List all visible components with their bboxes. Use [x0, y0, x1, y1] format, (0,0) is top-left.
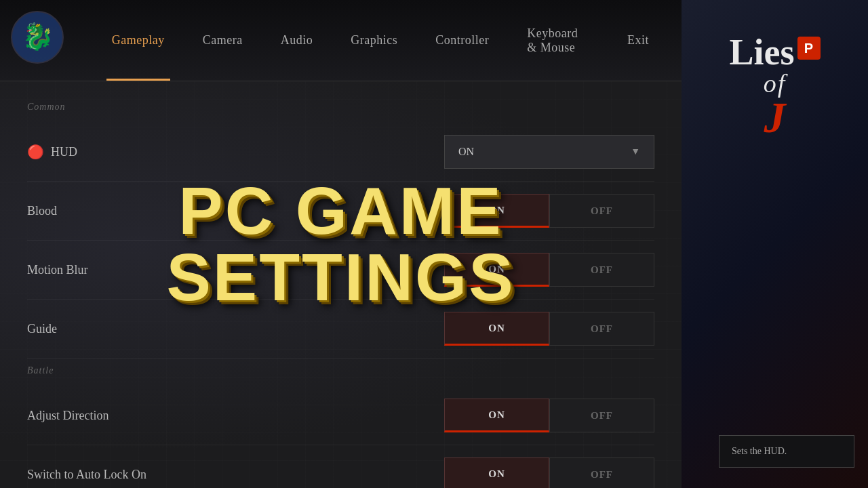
hud-value: ON — [458, 146, 474, 158]
setting-row-hud: 🔴 HUD ON ▼ — [27, 123, 654, 182]
tab-controller[interactable]: Controller — [416, 0, 508, 81]
top-left-logo-area: 🐉 — [10, 10, 64, 64]
motion-blur-label: Motion Blur — [27, 263, 88, 277]
guide-label: Guide — [27, 322, 57, 336]
blood-off-button[interactable]: OFF — [549, 194, 654, 228]
setting-row-motion-blur: Motion Blur ON OFF — [27, 241, 654, 300]
setting-row-adjust-direction: Adjust Direction ON OFF — [27, 386, 654, 445]
setting-row-guide: Guide ON OFF — [27, 300, 654, 359]
logo-of: of — [764, 70, 787, 96]
info-text: Sets the HUD. — [732, 446, 787, 456]
logo-lies: Lies — [729, 34, 794, 70]
motion-blur-toggle: ON OFF — [444, 253, 654, 287]
game-logo: Lies P of J — [715, 20, 833, 153]
auto-lock-on-button[interactable]: ON — [444, 458, 549, 488]
section-battle: Battle — [27, 365, 654, 376]
auto-lock-toggle: ON OFF — [444, 458, 654, 488]
tab-audio[interactable]: Audio — [262, 0, 332, 81]
adjust-direction-toggle: ON OFF — [444, 399, 654, 432]
dragon-icon: 🐉 — [10, 10, 64, 64]
setting-row-auto-lock: Switch to Auto Lock On ON OFF — [27, 445, 654, 488]
game-area: Gameplay Camera Audio Graphics Controlle… — [0, 0, 682, 488]
blood-on-button[interactable]: ON — [444, 194, 549, 228]
auto-lock-label: Switch to Auto Lock On — [27, 468, 146, 482]
logo-j: J — [764, 96, 785, 140]
guide-off-button[interactable]: OFF — [549, 312, 654, 346]
tab-exit[interactable]: Exit — [608, 0, 668, 81]
motion-blur-on-button[interactable]: ON — [444, 253, 549, 287]
settings-content: Common 🔴 HUD ON ▼ Blood ON OFF — [0, 81, 682, 488]
tab-graphics[interactable]: Graphics — [332, 0, 416, 81]
blood-toggle: ON OFF — [444, 194, 654, 228]
tab-gameplay[interactable]: Gameplay — [93, 0, 184, 81]
motion-blur-off-button[interactable]: OFF — [549, 253, 654, 287]
guide-toggle: ON OFF — [444, 312, 654, 346]
setting-row-blood: Blood ON OFF — [27, 182, 654, 241]
hud-label: 🔴 HUD — [27, 144, 77, 160]
nav-bar: Gameplay Camera Audio Graphics Controlle… — [0, 0, 682, 81]
guide-on-button[interactable]: ON — [444, 312, 549, 346]
auto-lock-off-button[interactable]: OFF — [549, 458, 654, 488]
section-common: Common — [27, 102, 654, 113]
adjust-direction-label: Adjust Direction — [27, 409, 108, 423]
tab-camera[interactable]: Camera — [184, 0, 262, 81]
right-panel: Lies P of J Sets the HUD. — [682, 0, 868, 488]
tab-keyboard-mouse[interactable]: Keyboard & Mouse — [508, 0, 608, 81]
logo-p-badge: P — [797, 37, 821, 60]
hud-dropdown[interactable]: ON ▼ — [444, 135, 654, 169]
info-box: Sets the HUD. — [719, 435, 854, 468]
blood-label: Blood — [27, 204, 57, 218]
adjust-direction-on-button[interactable]: ON — [444, 399, 549, 432]
hud-icon: 🔴 — [27, 144, 44, 160]
svg-text:🐉: 🐉 — [22, 21, 54, 52]
adjust-direction-off-button[interactable]: OFF — [549, 399, 654, 432]
chevron-down-icon: ▼ — [631, 146, 640, 157]
